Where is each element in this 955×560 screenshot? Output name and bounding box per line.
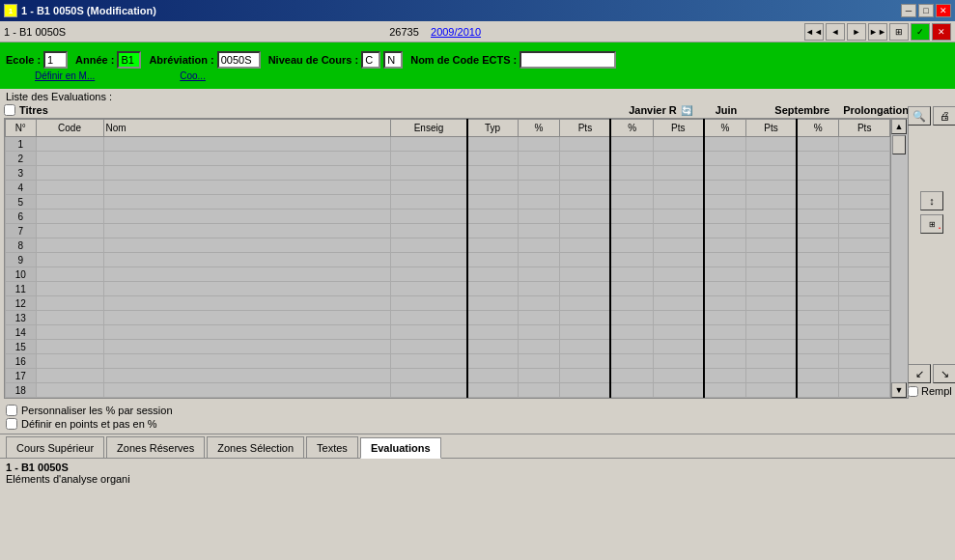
print-btn[interactable]: 🖨 [933,106,955,126]
col-pct-prol-header: % [797,120,839,137]
abreviation-label: Abréviation : [149,54,213,66]
col-pct-jan-header: % [518,120,560,137]
tab-evaluations[interactable]: Evaluations [360,437,441,459]
table-row[interactable]: 1 [6,137,890,152]
scroll-down-btn[interactable]: ▼ [891,382,907,398]
janvier-header: Janvier R [629,104,677,116]
nav-confirm[interactable]: ✓ [911,23,930,41]
arrow-down-right-btn[interactable]: ↘ [933,364,955,383]
table-row[interactable]: 12 [6,296,890,311]
col-typ-header: Typ [467,120,519,137]
table-row[interactable]: 13 [6,311,890,325]
rempl-label: Rempl [921,385,952,397]
dot-btn[interactable]: ⊞ • [920,214,943,234]
menu-bar-id: 1 - B1 0050S [4,26,66,38]
col-pts-jun-header: Pts [653,120,704,137]
personnaliser-checkbox[interactable] [6,405,17,416]
year-link[interactable]: 2009/2010 [431,26,481,38]
minimize-button[interactable]: ─ [901,4,916,17]
tab-textes[interactable]: Textes [306,436,358,458]
col-pts-prol-header: Pts [839,120,890,137]
nav-first[interactable]: ◄◄ [804,23,824,41]
annee-label: Année : [75,54,114,66]
bottom-checkboxes: Personnaliser les % par session Définir … [0,401,955,434]
col-pct-jun-header: % [610,120,653,137]
status-bar: 1 - B1 0050S Eléments d'analyse organi [0,458,955,488]
nav-last[interactable]: ►► [868,23,887,41]
rempl-checkbox[interactable] [908,386,918,397]
col-n-header: N° [6,120,37,137]
annee-input[interactable] [117,51,141,69]
nav-prev[interactable]: ◄ [826,23,845,41]
titres-label: Titres [19,104,48,116]
ecole-label: Ecole : [6,54,41,66]
personnaliser-label: Personnaliser les % par session [21,405,173,416]
scroll-thumb[interactable] [892,135,906,154]
menu-bar: 1 - B1 0050S 26735 2009/2010 ◄◄ ◄ ► ►► ⊞… [0,21,955,42]
nav-next[interactable]: ► [847,23,866,41]
table-row[interactable]: 3 [6,166,890,181]
prolongation-header: Prolongation [843,104,909,116]
col-code-header: Code [36,120,103,137]
definir-label: Définir en points et pas en % [21,418,157,430]
title-text: 1 - B1 0050S (Modification) [21,5,156,16]
juin-header: Juin [716,104,738,116]
niveau-code-input[interactable] [361,51,380,69]
col-pct-sep-header: % [704,120,746,137]
table-row[interactable]: 16 [6,354,890,369]
sub-label-2[interactable]: Coo... [180,70,206,81]
nom-code-input[interactable] [520,51,616,69]
sub-label-1[interactable]: Définir en M... [35,70,95,81]
evaluations-table: N° Code Nom Enseig Typ % Pts % Pts % Pts… [5,119,890,398]
status-line2: Eléments d'analyse organi [6,473,949,485]
titres-checkbox[interactable] [4,104,15,116]
niveau-label: Niveau de Cours : [268,54,359,66]
scroll-up-btn[interactable]: ▲ [891,119,907,134]
table-row[interactable]: 9 [6,253,890,267]
refresh-icon[interactable]: 🔄 [681,105,692,116]
abreviation-input[interactable] [217,51,261,69]
table-row[interactable]: 5 [6,195,890,210]
col-nom-header: Nom [103,120,391,137]
eval-section-label: Liste des Evaluations : [0,89,955,104]
top-form: Ecole : Année : Abréviation : Niveau de … [0,42,955,89]
ecole-input[interactable] [43,51,68,69]
nav-cancel[interactable]: ✕ [932,23,951,41]
sort-btn[interactable]: ↕ [920,191,943,210]
tabs-bar: Cours Supérieur Zones Réserves Zones Sél… [0,434,955,458]
table-row[interactable]: 7 [6,224,890,238]
tab-zones-selection[interactable]: Zones Sélection [207,436,304,458]
table-row[interactable]: 15 [6,340,890,354]
table-row[interactable]: 18 [6,383,890,398]
table-row[interactable]: 8 [6,238,890,253]
col-pts-jan-header: Pts [560,120,611,137]
table-row[interactable]: 6 [6,210,890,224]
table-row[interactable]: 14 [6,325,890,340]
table-row[interactable]: 10 [6,267,890,282]
definir-checkbox[interactable] [6,418,17,430]
col-enseig-header: Enseig [391,120,467,137]
search-btn[interactable]: 🔍 [908,106,931,126]
record-number: 26735 [389,26,419,38]
col-pts-sep-header: Pts [746,120,798,137]
septembre-header: Septembre [774,104,829,116]
title-bar: 1 1 - B1 0050S (Modification) ─ □ ✕ [0,0,955,21]
nav-grid[interactable]: ⊞ [889,23,909,41]
close-button[interactable]: ✕ [936,4,951,17]
arrow-down-left-btn[interactable]: ↙ [908,364,931,383]
table-row[interactable]: 11 [6,282,890,296]
right-panel: 🔍 🖨 ↕ ⊞ • ↙ ↘ Rempl [913,104,951,399]
maximize-button[interactable]: □ [918,4,934,17]
niveau-value-input[interactable] [383,51,403,69]
table-row[interactable]: 2 [6,152,890,166]
table-row[interactable]: 17 [6,369,890,383]
status-line1: 1 - B1 0050S [6,462,949,473]
app-icon: 1 [4,4,17,17]
table-row[interactable]: 4 [6,181,890,195]
nom-code-label: Nom de Code ECTS : [410,54,517,66]
tab-cours-superieur[interactable]: Cours Supérieur [6,436,104,458]
tab-zones-reserves[interactable]: Zones Réserves [106,436,205,458]
